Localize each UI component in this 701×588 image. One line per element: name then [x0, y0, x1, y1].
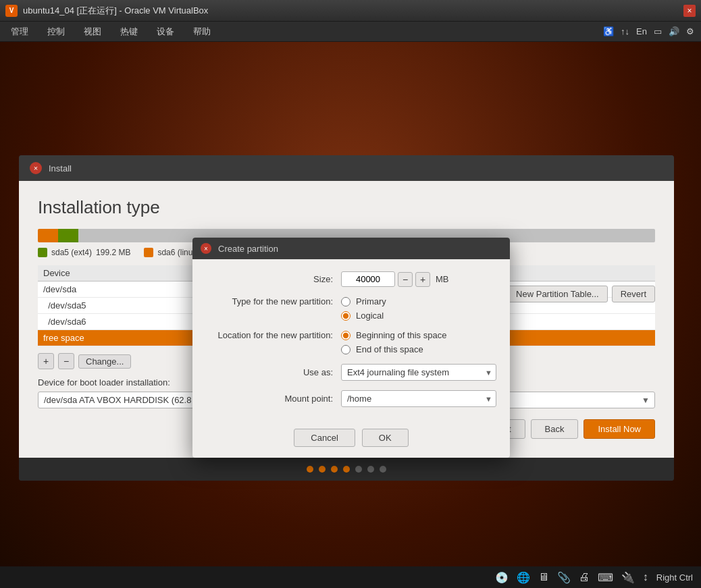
- cell-free-space: free space: [38, 330, 195, 346]
- type-logical-option[interactable]: Logical: [341, 311, 386, 321]
- location-label: Location for the new partition:: [206, 330, 341, 340]
- tray-icon-5: 🖨: [579, 571, 590, 583]
- page-title: Installation type: [38, 197, 655, 218]
- desktop: × Install Installation type sda5 (ext4) …: [0, 42, 701, 588]
- keyboard-lang-icon: En: [636, 26, 647, 36]
- new-partition-table-button[interactable]: New Partition Table...: [507, 286, 608, 302]
- type-label: Type for the new partition:: [206, 296, 341, 306]
- size-input-group: − + MB: [341, 271, 449, 287]
- type-primary-label: Primary: [356, 296, 386, 306]
- use-as-select[interactable]: Ext4 journaling file system: [341, 364, 496, 381]
- change-partition-button[interactable]: Change...: [78, 354, 131, 369]
- add-partition-button[interactable]: +: [38, 353, 54, 369]
- size-row: Size: − + MB: [206, 271, 496, 287]
- progress-dot-7: [380, 466, 386, 473]
- type-logical-radio[interactable]: [341, 311, 350, 321]
- size-decrease-button[interactable]: −: [398, 272, 413, 287]
- type-logical-label: Logical: [356, 311, 384, 321]
- size-input[interactable]: [341, 271, 395, 287]
- mount-point-select-wrapper: /home ▼: [341, 390, 496, 407]
- tray-icon-2: 🌐: [517, 571, 530, 584]
- partition-segment-orange: [38, 229, 58, 242]
- installer-close-button[interactable]: ×: [30, 162, 42, 174]
- back-button[interactable]: Back: [531, 419, 579, 439]
- location-beginning-radio[interactable]: [341, 331, 350, 340]
- use-as-select-wrapper: Ext4 journaling file system ▼: [341, 364, 496, 381]
- mount-point-select[interactable]: /home: [341, 390, 496, 407]
- size-unit: MB: [436, 274, 449, 284]
- cell-device: /dev/sda5: [38, 298, 195, 314]
- sda5-size: 199.2 MB: [96, 248, 130, 257]
- dialog-title: Create partition: [218, 244, 278, 254]
- install-now-button[interactable]: Install Now: [583, 419, 655, 439]
- label-dot-green: [38, 248, 47, 257]
- mount-point-label: Mount point:: [206, 394, 341, 404]
- app-icon: V: [5, 5, 18, 17]
- type-primary-radio[interactable]: [341, 297, 350, 306]
- tray-icon-7: 🔌: [621, 571, 635, 584]
- progress-dot-4: [343, 466, 350, 473]
- menubar-item-帮助[interactable]: 帮助: [189, 24, 215, 39]
- type-primary-option[interactable]: Primary: [341, 296, 386, 306]
- installer-header-title: Install: [49, 163, 72, 173]
- accessibility-icon: ♿: [603, 26, 614, 36]
- device-select-arrow-icon: ▼: [642, 396, 650, 405]
- tray-icon-8: ↕: [643, 571, 648, 583]
- dialog-footer: Cancel OK: [192, 429, 510, 458]
- menubar-item-视图[interactable]: 视图: [80, 24, 105, 39]
- cell-device: /dev/sda: [38, 282, 195, 298]
- partition-segment-green: [58, 229, 78, 242]
- sda5-label: sda5 (ext4): [51, 248, 92, 257]
- dialog-header: × Create partition: [192, 238, 510, 259]
- menubar-item-设备[interactable]: 设备: [153, 24, 178, 39]
- window-close-button[interactable]: ×: [683, 5, 696, 17]
- dialog-body: Size: − + MB Type for the new partition:…: [192, 259, 510, 429]
- location-end-label: End of this space: [356, 344, 423, 354]
- right-ctrl-label: Right Ctrl: [656, 572, 693, 583]
- bottom-bar: 💿 🌐 🖥 📎 🖨 ⌨ 🔌 ↕ Right Ctrl: [0, 566, 701, 588]
- settings-icon: ⚙: [686, 26, 694, 36]
- size-increase-button[interactable]: +: [415, 272, 430, 287]
- size-label: Size:: [206, 274, 341, 284]
- titlebar: V ubuntu14_04 [正在运行] - Oracle VM Virtual…: [0, 0, 701, 22]
- dialog-cancel-button[interactable]: Cancel: [294, 429, 355, 447]
- type-radio-group: Primary Logical: [341, 296, 386, 321]
- tray-icon-4: 📎: [557, 571, 571, 584]
- mount-point-row: Mount point: /home ▼: [206, 390, 496, 407]
- location-row: Location for the new partition: Beginnin…: [206, 330, 496, 354]
- remove-partition-button[interactable]: −: [58, 353, 74, 369]
- progress-dot-3: [331, 466, 338, 473]
- use-as-label: Use as:: [206, 367, 341, 377]
- network-icon: ↑↓: [621, 26, 629, 36]
- location-end-radio[interactable]: [341, 345, 350, 354]
- volume-icon: 🔊: [669, 26, 679, 36]
- progress-dot-6: [367, 466, 374, 473]
- progress-dot-5: [355, 466, 362, 473]
- location-end-option[interactable]: End of this space: [341, 344, 446, 354]
- battery-icon: ▭: [654, 26, 662, 36]
- dialog-close-button[interactable]: ×: [201, 243, 211, 254]
- menubar-item-热键[interactable]: 热键: [116, 24, 142, 39]
- cell-device: /dev/sda6: [38, 314, 195, 330]
- menubar-item-控制[interactable]: 控制: [43, 24, 69, 39]
- location-beginning-label: Beginning of this space: [356, 330, 446, 340]
- progress-dots: [19, 458, 674, 481]
- window-title: ubuntu14_04 [正在运行] - Oracle VM VirtualBo…: [23, 5, 683, 17]
- partition-type-row: Type for the new partition: Primary Logi…: [206, 296, 496, 321]
- tray-icon-6: ⌨: [598, 571, 613, 584]
- installer-header: × Install: [19, 155, 674, 181]
- label-dot-orange: [144, 248, 153, 257]
- col-device: Device: [38, 265, 195, 282]
- progress-dot-2: [319, 466, 326, 473]
- revert-button[interactable]: Revert: [612, 286, 655, 302]
- tray-icon-1: 💿: [495, 571, 509, 584]
- menubar: 管理控制视图热键设备帮助: [7, 24, 215, 39]
- tray-icon-3: 🖥: [538, 571, 549, 583]
- create-partition-dialog: × Create partition Size: − + MB Type for…: [192, 238, 510, 458]
- partition-label-sda5: sda5 (ext4) 199.2 MB: [38, 248, 130, 257]
- location-radio-group: Beginning of this space End of this spac…: [341, 330, 446, 354]
- menubar-item-管理[interactable]: 管理: [7, 24, 32, 39]
- dialog-ok-button[interactable]: OK: [362, 429, 409, 447]
- use-as-row: Use as: Ext4 journaling file system ▼: [206, 364, 496, 381]
- location-beginning-option[interactable]: Beginning of this space: [341, 330, 446, 340]
